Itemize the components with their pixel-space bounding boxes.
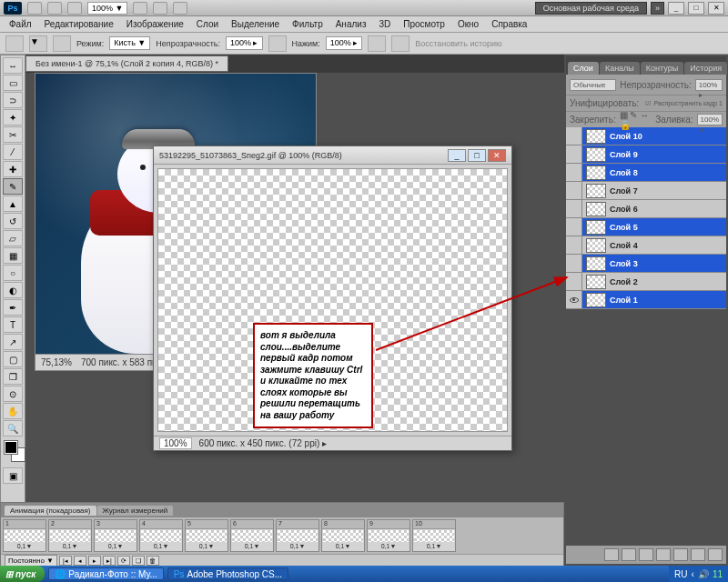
- tab-layers[interactable]: Слои: [568, 62, 599, 75]
- taskbar-task-photoshop[interactable]: PsAdobe Photoshop CS...: [167, 567, 288, 580]
- wand-tool[interactable]: ✦: [3, 109, 23, 125]
- layer-thumbnail[interactable]: [586, 256, 606, 271]
- layer-name[interactable]: Слой 3: [610, 259, 638, 268]
- layer-thumbnail[interactable]: [586, 202, 606, 216]
- close-button[interactable]: ✕: [708, 2, 724, 15]
- layer-name[interactable]: Слой 2: [610, 277, 638, 286]
- pressure-size-icon[interactable]: [391, 35, 410, 52]
- layer-name[interactable]: Слой 6: [610, 205, 638, 214]
- visibility-toggle[interactable]: [566, 182, 582, 199]
- zoom-tool[interactable]: 🔍: [3, 420, 23, 436]
- tab-paths[interactable]: Контуры: [641, 62, 683, 75]
- menu-window[interactable]: Окно: [452, 18, 484, 30]
- animation-frame[interactable]: 10,1▼: [3, 519, 46, 552]
- animation-frame[interactable]: 30,1▼: [94, 519, 137, 552]
- duplicate-frame-button[interactable]: ❏: [132, 556, 145, 566]
- animation-frame[interactable]: 50,1▼: [185, 519, 228, 552]
- menu-analysis[interactable]: Анализ: [330, 18, 372, 30]
- pen-tool[interactable]: ✒: [3, 299, 23, 316]
- layer-mask-icon[interactable]: [639, 548, 653, 561]
- layer-thumbnail[interactable]: [586, 275, 606, 289]
- layer-row[interactable]: Слой 3: [566, 255, 726, 273]
- airbrush-icon[interactable]: [368, 35, 386, 52]
- layer-opacity-field[interactable]: 100% ▸: [695, 79, 723, 91]
- system-tray[interactable]: RU ‹ 🔊 11: [669, 566, 728, 582]
- tween-button[interactable]: ⟳: [117, 556, 130, 566]
- link-layers-icon[interactable]: [604, 548, 619, 561]
- doc-tab-1[interactable]: Без имени-1 @ 75,1% (Слой 2 копия 4, RGB…: [25, 55, 228, 72]
- doc1-zoom[interactable]: 75,13%: [41, 357, 72, 367]
- layer-thumbnail[interactable]: [586, 147, 606, 162]
- layer-thumbnail[interactable]: [586, 184, 606, 198]
- fill-field[interactable]: 100% ▸: [697, 114, 723, 125]
- layer-style-icon[interactable]: [622, 548, 636, 561]
- menu-select[interactable]: Выделение: [226, 18, 285, 30]
- layer-row[interactable]: Слой 5: [566, 218, 726, 236]
- hand-tool[interactable]: ✋: [3, 403, 23, 419]
- animation-frame[interactable]: 40,1▼: [139, 519, 183, 552]
- propagate-label[interactable]: Распространить кадр 1: [654, 100, 723, 106]
- animation-frame[interactable]: 100,1▼: [412, 519, 456, 552]
- brush-tool[interactable]: ✎: [3, 178, 23, 195]
- animation-frame[interactable]: 60,1▼: [230, 519, 274, 552]
- stamp-tool[interactable]: ▲: [3, 196, 23, 212]
- delete-layer-icon[interactable]: [708, 548, 723, 561]
- shape-tool[interactable]: ▢: [3, 351, 23, 367]
- visibility-toggle[interactable]: [566, 273, 582, 290]
- text-tool[interactable]: T: [3, 316, 23, 333]
- menu-view[interactable]: Просмотр: [398, 18, 450, 30]
- tab-animation[interactable]: Анимация (покадровая): [5, 506, 96, 516]
- tab-measurement-log[interactable]: Журнал измерений: [97, 506, 174, 516]
- layer-name[interactable]: Слой 10: [610, 132, 642, 141]
- layer-group-icon[interactable]: [673, 548, 688, 561]
- eyedropper-tool[interactable]: ⁄: [3, 144, 23, 160]
- menu-edit[interactable]: Редактирование: [39, 18, 119, 30]
- minimize-button[interactable]: _: [668, 2, 684, 15]
- taskbar-task-browser[interactable]: 🌐Радикал-Фото :: Му...: [48, 567, 164, 580]
- flow-field[interactable]: 100% ▸: [326, 36, 363, 50]
- document-2-titlebar[interactable]: 53192295_51073863_Sneg2.gif @ 100% (RGB/…: [154, 146, 511, 165]
- tray-icon[interactable]: 🔊: [698, 569, 709, 579]
- dodge-tool[interactable]: ◐: [3, 282, 23, 298]
- menu-3d[interactable]: 3D: [373, 18, 396, 30]
- foreground-color[interactable]: [5, 441, 17, 454]
- layer-thumbnail[interactable]: [586, 129, 606, 144]
- play-button[interactable]: ▸: [88, 556, 101, 566]
- adjustment-layer-icon[interactable]: [656, 548, 671, 561]
- mode-select[interactable]: Кисть ▼: [109, 36, 150, 50]
- visibility-toggle[interactable]: [566, 200, 582, 217]
- layer-name[interactable]: Слой 8: [610, 168, 638, 177]
- next-frame-button[interactable]: ▸|: [103, 556, 116, 566]
- 3d-camera-tool[interactable]: ⊙: [3, 386, 23, 402]
- layer-name[interactable]: Слой 5: [610, 223, 638, 232]
- layer-name[interactable]: Слой 9: [610, 150, 638, 159]
- visibility-toggle[interactable]: [566, 146, 582, 163]
- workspace-arrow[interactable]: »: [651, 2, 664, 15]
- zoom-display[interactable]: 100% ▼: [87, 2, 127, 15]
- clock[interactable]: 11: [713, 569, 723, 579]
- mini-bridge-icon[interactable]: [47, 2, 62, 15]
- layer-row[interactable]: Слой 6: [566, 200, 726, 218]
- first-frame-button[interactable]: |◂: [59, 556, 72, 566]
- animation-frame[interactable]: 20,1▼: [48, 519, 92, 552]
- menu-image[interactable]: Изображение: [121, 18, 189, 30]
- layer-name[interactable]: Слой 4: [610, 241, 638, 250]
- new-layer-icon[interactable]: [691, 548, 705, 561]
- prev-frame-button[interactable]: ◂: [74, 556, 86, 566]
- lasso-tool[interactable]: ⊃: [3, 92, 23, 108]
- layer-name[interactable]: Слой 1: [610, 296, 638, 305]
- animation-frame[interactable]: 90,1▼: [367, 519, 410, 552]
- layer-thumbnail[interactable]: [586, 166, 606, 180]
- layer-thumbnail[interactable]: [586, 220, 606, 235]
- layer-name[interactable]: Слой 7: [610, 186, 638, 196]
- start-button[interactable]: ⊞пуск: [0, 566, 45, 582]
- visibility-toggle[interactable]: [566, 164, 582, 181]
- tray-icon[interactable]: ‹: [692, 569, 694, 579]
- visibility-toggle[interactable]: [566, 218, 582, 236]
- workspace-selector[interactable]: Основная рабочая среда: [535, 2, 647, 15]
- arrange-icon[interactable]: [153, 2, 167, 15]
- opacity-field[interactable]: 100% ▸: [226, 36, 263, 50]
- history-checkbox-label[interactable]: Восстановить историю: [415, 39, 501, 48]
- healing-tool[interactable]: ✚: [3, 161, 23, 177]
- crop-tool[interactable]: ✂: [3, 126, 23, 143]
